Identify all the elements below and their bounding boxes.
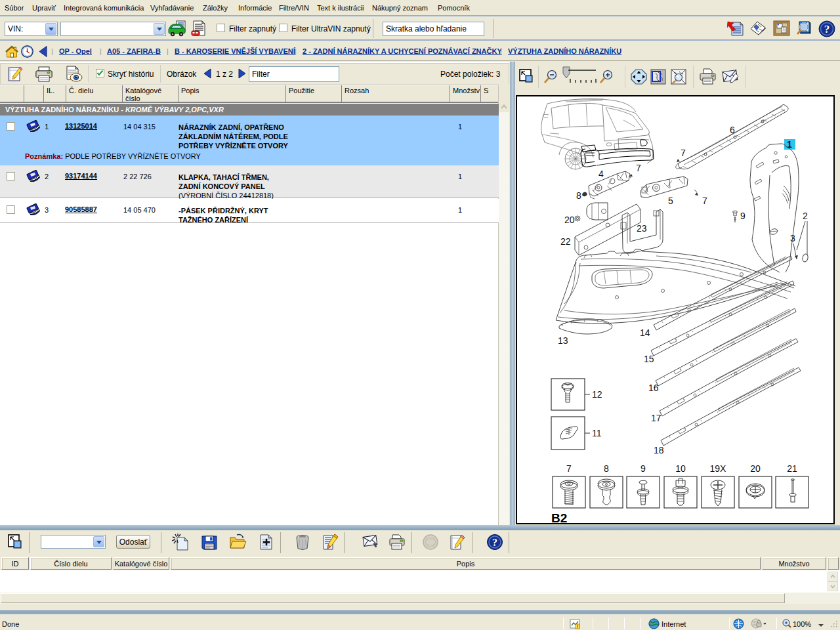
svg-text:11: 11 xyxy=(592,428,602,438)
svg-text:21: 21 xyxy=(787,463,797,474)
svg-text:17: 17 xyxy=(651,413,662,423)
svg-text:5: 5 xyxy=(668,196,673,206)
svg-text:12: 12 xyxy=(592,389,602,400)
svg-text:19X: 19X xyxy=(710,463,727,474)
svg-text:!: ! xyxy=(577,624,578,629)
svg-text:20: 20 xyxy=(564,215,575,225)
svg-text:10: 10 xyxy=(675,463,686,474)
svg-text:7: 7 xyxy=(681,148,686,158)
svg-text:6: 6 xyxy=(730,125,735,135)
svg-text:9: 9 xyxy=(640,463,646,474)
svg-text:8: 8 xyxy=(576,190,581,201)
svg-text:7: 7 xyxy=(566,463,572,474)
svg-text:?: ? xyxy=(824,23,830,35)
svg-text:B2: B2 xyxy=(551,511,567,523)
svg-text:7: 7 xyxy=(636,163,641,173)
svg-text:9: 9 xyxy=(740,211,746,221)
svg-text:3: 3 xyxy=(790,233,795,243)
svg-text:22: 22 xyxy=(560,236,571,247)
svg-text:16: 16 xyxy=(648,383,659,393)
svg-text:20: 20 xyxy=(750,463,761,474)
svg-text:18: 18 xyxy=(654,445,664,455)
svg-text:2: 2 xyxy=(803,211,808,221)
svg-text:8: 8 xyxy=(604,463,609,474)
svg-text:15: 15 xyxy=(644,354,654,364)
svg-text:14: 14 xyxy=(640,327,650,338)
svg-text:7: 7 xyxy=(702,196,707,206)
svg-text:1: 1 xyxy=(787,139,792,150)
svg-text:4: 4 xyxy=(598,169,604,179)
svg-text:13: 13 xyxy=(558,335,568,346)
svg-text:23: 23 xyxy=(637,223,647,234)
svg-text:?: ? xyxy=(492,537,497,548)
